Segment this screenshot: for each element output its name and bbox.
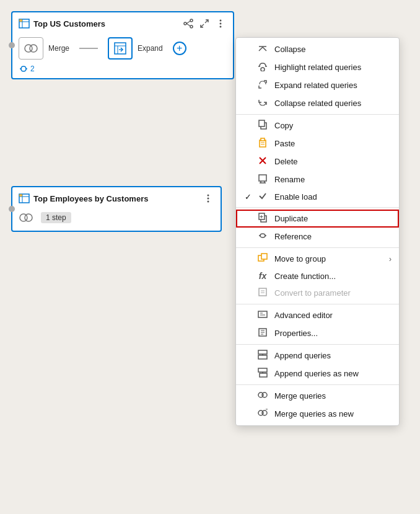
svg-rect-65	[258, 350, 267, 354]
menu-item-collapse[interactable]: Collapse	[236, 40, 399, 58]
merge-circles-container	[19, 212, 33, 223]
convert-icon	[258, 287, 268, 297]
duplicate-icon	[258, 213, 268, 223]
menu-label-collapse-related: Collapse related queries	[274, 99, 361, 108]
menu-item-enable-load[interactable]: ✓Enable load	[236, 188, 399, 205]
adv-editor-icon	[258, 309, 268, 319]
menu-label-highlight: Highlight related queries	[274, 63, 361, 72]
add-step-btn[interactable]: +	[173, 42, 186, 55]
link-count: 2	[30, 64, 35, 73]
svg-rect-16	[115, 43, 126, 54]
menu-label-enable-load: Enable load	[274, 192, 317, 202]
bottom-query-card: Top Employees by Customers 1 step	[11, 186, 222, 232]
collapse-icon-wrapper	[257, 43, 268, 55]
left-connector-dot-2	[9, 206, 15, 212]
reference-icon	[258, 231, 268, 241]
separator-after-convert-to-param	[236, 304, 399, 304]
collapse-related-icon	[258, 97, 268, 107]
append-icon-wrapper	[257, 350, 268, 361]
separator-after-reference	[236, 247, 399, 248]
delete-icon	[258, 156, 268, 166]
svg-rect-43	[259, 175, 266, 181]
menu-item-properties[interactable]: Properties...	[236, 324, 399, 342]
copy-icon	[258, 120, 268, 130]
svg-point-12	[220, 23, 222, 25]
related-queries-btn[interactable]	[182, 17, 195, 30]
menu-item-convert-to-param: Convert to parameter	[236, 284, 399, 302]
svg-point-11	[220, 20, 222, 22]
menu-item-highlight[interactable]: Highlight related queries	[236, 58, 399, 76]
expand-step-box[interactable]	[108, 37, 133, 60]
menu-item-append-queries-new[interactable]: Append queries as new	[236, 365, 399, 383]
properties-icon-wrapper	[257, 327, 268, 339]
menu-label-rename: Rename	[274, 175, 305, 184]
rename-icon-wrapper	[257, 174, 268, 185]
menu-label-append-queries: Append queries	[274, 351, 331, 360]
svg-point-30	[25, 214, 32, 221]
menu-item-rename[interactable]: Rename	[236, 171, 399, 188]
paste-icon-wrapper	[257, 138, 268, 149]
separator-after-properties	[236, 344, 399, 345]
menu-item-copy[interactable]: Copy	[236, 117, 399, 135]
svg-point-15	[30, 45, 37, 52]
highlight-icon-wrapper	[257, 61, 268, 73]
svg-point-26	[208, 195, 209, 197]
enable-load-check: ✓	[245, 192, 253, 202]
menu-item-reference[interactable]: Reference	[236, 228, 399, 246]
menu-label-append-queries-new: Append queries as new	[274, 369, 359, 378]
move-group-icon-wrapper	[257, 253, 268, 265]
menu-label-create-function: Create function...	[274, 272, 336, 281]
menu-label-merge-queries-new: Merge queries as new	[274, 409, 354, 419]
menu-item-append-queries[interactable]: Append queries	[236, 347, 399, 365]
menu-item-create-function[interactable]: fxCreate function...	[236, 268, 399, 284]
merge-circles-icon	[24, 43, 38, 54]
left-connector-dot	[9, 42, 15, 48]
expand-btn[interactable]	[198, 17, 211, 30]
step-connector	[79, 48, 98, 49]
svg-point-72	[262, 392, 267, 397]
menu-item-duplicate[interactable]: Duplicate	[236, 210, 399, 228]
link-badge: 2	[19, 64, 227, 73]
svg-line-7	[186, 21, 190, 24]
menu-item-collapse-related[interactable]: Collapse related queries	[236, 94, 399, 112]
menu-item-advanced-editor[interactable]: Advanced editor	[236, 306, 399, 324]
svg-rect-69	[260, 373, 267, 377]
svg-rect-66	[258, 355, 267, 359]
context-menu: CollapseHighlight related queriesExpand …	[235, 37, 400, 426]
menu-item-move-to-group[interactable]: Move to group›	[236, 250, 399, 268]
svg-point-5	[190, 19, 193, 22]
more-icon-2	[203, 193, 213, 203]
expand-related-icon	[258, 79, 268, 89]
separator-after-enable-load	[236, 207, 399, 208]
bottom-more-btn[interactable]	[202, 192, 214, 205]
menu-item-merge-queries-new[interactable]: Merge queries as new	[236, 405, 399, 423]
collapse-icon	[258, 43, 268, 53]
svg-line-8	[186, 24, 190, 26]
menu-label-reference: Reference	[274, 232, 312, 241]
network-icon	[183, 19, 193, 29]
menu-label-copy: Copy	[274, 121, 293, 130]
menu-item-delete[interactable]: Delete	[236, 153, 399, 171]
svg-rect-3	[19, 19, 22, 22]
delete-icon-wrapper	[257, 156, 268, 167]
menu-item-paste[interactable]: Paste	[236, 135, 399, 153]
svg-rect-25	[19, 194, 22, 197]
menu-label-move-to-group: Move to group	[274, 254, 326, 264]
svg-rect-68	[258, 368, 267, 372]
append-new-icon	[258, 368, 268, 378]
append-icon	[258, 350, 268, 360]
svg-point-6	[190, 25, 193, 28]
fx-icon-wrapper: fx	[257, 271, 268, 281]
menu-label-paste: Paste	[274, 139, 295, 148]
svg-point-28	[208, 201, 209, 203]
more-options-btn[interactable]	[214, 17, 227, 30]
menu-label-delete: Delete	[274, 157, 298, 166]
expand-step-icon	[113, 42, 127, 55]
duplicate-icon-wrapper	[257, 213, 268, 224]
menu-label-advanced-editor: Advanced editor	[274, 311, 333, 320]
menu-item-merge-queries[interactable]: Merge queries	[236, 387, 399, 405]
svg-rect-54	[261, 254, 267, 259]
menu-item-expand-related[interactable]: Expand related queries	[236, 76, 399, 94]
check-icon-wrapper	[257, 192, 268, 202]
svg-point-34	[261, 68, 265, 71]
